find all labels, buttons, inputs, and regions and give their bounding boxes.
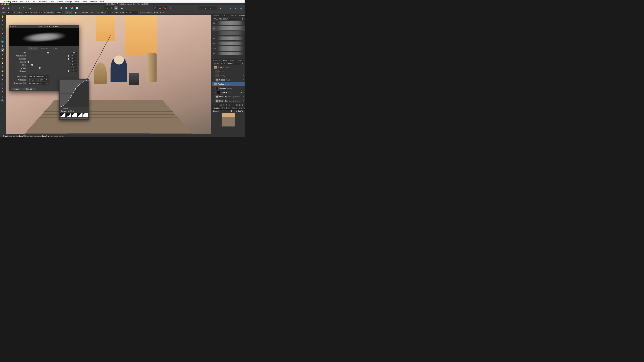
menu-arrange[interactable]: Arrange [65,0,72,3]
slider-value-field[interactable]: 100 % [70,58,77,60]
profile-preset[interactable] [77,113,82,117]
visibility-checkbox-icon[interactable]: ✓ [242,100,244,102]
selection-add-icon[interactable]: ◫ [109,6,114,10]
brush-preset[interactable] [212,31,244,36]
profile-preset[interactable] [72,113,77,117]
menu-help[interactable]: Help [100,0,104,3]
shape-tool-icon[interactable]: ■ [1,86,4,90]
wet-edges-select[interactable]: Set wet edges "on"⇅ [28,79,48,81]
app-menu[interactable]: Affinity Photo [4,0,18,3]
brush-preset[interactable]: 80 [212,51,244,56]
hand-tool-icon[interactable]: ✋ [1,15,4,18]
layer-group-painting[interactable]: ▾Painting (Group)✓ [212,82,244,86]
brush-preset[interactable]: 80 [212,41,244,46]
flood-fill-tool-icon[interactable]: 🪣 [1,40,4,43]
length-field[interactable]: 35 [108,12,111,14]
store-icon[interactable]: ◆ [234,6,238,10]
tab-swatches[interactable]: Swatches [228,14,238,17]
profile-preset[interactable] [83,113,88,117]
layer-item[interactable]: Graded (Pixel)✓ [212,78,244,82]
help-icon[interactable]: ◉ [239,6,243,10]
visibility-checkbox-icon[interactable]: ✓ [242,92,244,94]
visibility-checkbox-icon[interactable]: ✓ [242,79,244,81]
node-tool-icon[interactable]: ▷ [1,82,4,85]
paint-brush-tool-icon[interactable]: 🖌 [1,48,4,52]
persona-tone-icon[interactable]: ⋮⋮ [22,6,27,10]
slider-value-field[interactable]: 50 % [70,70,77,72]
menu-window[interactable]: Window [90,0,97,3]
tab-styles[interactable]: Styles [236,59,243,62]
layer-opacity-field[interactable]: 100 % [220,63,226,65]
tab-texture[interactable]: Texture [50,47,60,50]
zoom-slider[interactable] [220,111,235,111]
snap-grid-icon[interactable]: ⊞ [153,6,158,10]
visibility-checkbox-icon[interactable]: ✓ [242,75,244,77]
snap-guides-icon[interactable]: ▬ [158,6,162,10]
arrange-back-icon[interactable]: ▫ [199,6,203,10]
window-minimize-icon[interactable] [4,3,6,5]
tab-stock[interactable]: Stock [243,59,244,62]
chevron-down-icon[interactable]: ▾ [14,12,15,13]
arrange-front-icon[interactable]: ▫ [213,6,217,10]
menu-filters[interactable]: Filters [75,0,81,3]
linear-checkbox[interactable] [61,108,62,109]
slider-value-field[interactable]: 96 px [70,52,77,54]
brush-preset[interactable]: 128 [212,46,244,51]
slider-track[interactable] [28,65,68,65]
layer-item[interactable]: Levels 2 (Levels Adjustment)✓ [212,95,244,99]
visibility-checkbox-icon[interactable]: ✓ [242,66,244,68]
curve-editor[interactable] [60,80,88,107]
reset-button[interactable]: Reset [11,88,22,90]
crop-tool-icon[interactable]: ⌗ [1,27,4,31]
blend-dropdown[interactable]: Normal [125,12,138,14]
move-tool-icon[interactable]: ➤ [1,19,4,22]
colour-picker-tool-icon[interactable]: ✎ [1,23,4,27]
chevron-down-icon[interactable]: ▾ [44,12,45,13]
menu-layer[interactable]: Layer [50,0,54,3]
chevron-down-icon[interactable]: ▾ [31,12,32,13]
slider-track[interactable] [28,56,68,56]
brush-category-dropdown[interactable]: DAUB Watercolours⇅ [212,18,244,20]
layer-item[interactable]: 2 (Pixel)✓ [212,74,244,78]
clone-tool-icon[interactable]: ● [1,57,4,60]
dialog-max-icon[interactable] [15,26,16,27]
disclosure-icon[interactable]: ▸ [216,92,216,93]
chevron-down-icon[interactable]: ▾ [62,12,64,13]
greyscale-icon[interactable] [64,6,68,10]
disclosure-icon[interactable]: ▾ [212,83,213,85]
dodge-tool-icon[interactable]: ☀ [1,65,4,69]
burn-tool-icon[interactable]: 🔥 [1,61,4,64]
disclosure-icon[interactable]: ▾ [212,66,213,68]
visibility-checkbox-icon[interactable]: ✓ [242,87,244,89]
colour-format-icon[interactable] [69,6,74,10]
tab-navigator[interactable]: Navigator [212,107,221,109]
slider-track[interactable] [28,62,68,62]
rope-mode-icon[interactable]: ∿ [90,11,94,15]
slider-value-field[interactable]: 100 % [70,55,77,57]
pressure-icon[interactable]: ◐ [74,11,78,15]
opacity-field[interactable]: 100 % [24,12,30,14]
colour-profile-icon[interactable] [74,6,79,10]
gradient-tool-icon[interactable]: ◧ [1,44,4,48]
align-icon[interactable]: ≡ [218,6,223,10]
tab-adjustment[interactable]: Adjustment [212,59,222,62]
tab-channels[interactable]: Channels [238,107,244,109]
profile-preset[interactable] [66,113,71,117]
visibility-checkbox-icon[interactable]: ✓ [242,71,244,73]
group-layer-icon[interactable]: ▥ [236,104,238,106]
brush-preset[interactable]: 96 [212,26,244,31]
smudge-tool-icon[interactable]: 👆 [1,69,4,73]
quick-mask-icon[interactable]: ◼ [120,6,124,10]
more-button[interactable]: More [65,11,72,14]
window-close-icon[interactable] [1,3,3,5]
chevron-down-icon[interactable]: ▾ [112,12,114,13]
text-tool-icon[interactable]: A [1,90,4,94]
window-fullscreen-icon[interactable] [7,3,9,5]
persona-export-icon[interactable]: ∴ [28,6,32,10]
zoom-field[interactable]: 150 % [238,110,244,112]
slider-track[interactable] [28,71,68,71]
tab-general[interactable]: General [28,47,38,50]
tab-colour[interactable]: Colour [222,14,228,17]
tab-transform[interactable]: Transform [221,107,230,109]
horizontal-scrollbar[interactable] [67,133,150,134]
